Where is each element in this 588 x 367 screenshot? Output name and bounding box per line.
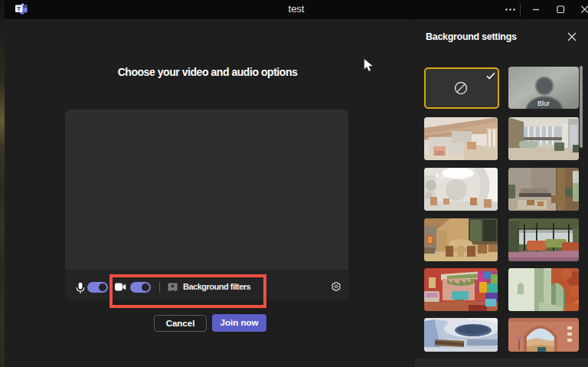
svg-text:Blur: Blur: [537, 100, 550, 107]
